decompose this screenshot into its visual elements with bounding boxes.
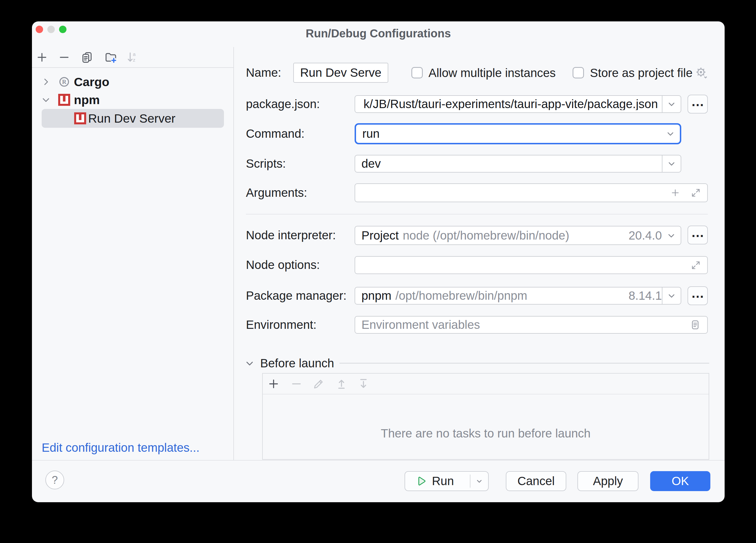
move-task-down-icon[interactable] [357,377,370,390]
chevron-down-icon [667,291,676,300]
arguments-field[interactable] [355,183,708,202]
node-options-field[interactable] [355,256,708,274]
environment-variables-list-icon[interactable] [690,319,701,330]
node-interpreter-dropdown-button[interactable] [662,227,681,245]
chevron-down-icon [667,159,676,169]
package-json-field[interactable]: k/JB/Rust/tauri-experiments/tauri-app-vi… [355,95,681,113]
node-options-label: Node options: [246,258,320,272]
package-manager-field[interactable]: pnpm /opt/homebrew/bin/pnpm 8.14.1 [355,287,681,304]
add-argument-icon[interactable] [670,188,680,198]
node-interpreter-label: Node interpreter: [246,229,336,242]
name-input[interactable] [294,63,388,82]
sidebar-item-cargo[interactable]: R Cargo [32,73,233,91]
scripts-field[interactable]: dev [355,155,681,173]
play-icon [415,475,427,487]
node-interpreter-browse-button[interactable]: … [688,226,708,245]
package-manager-version: 8.14.1 [628,290,662,302]
package-manager-label: Package manager: [246,289,347,302]
svg-text:a: a [133,51,136,57]
store-settings-gear-icon[interactable] [694,66,709,80]
chevron-right-icon[interactable] [41,76,51,87]
ok-button[interactable]: OK [650,471,710,491]
package-json-value: k/JB/Rust/tauri-experiments/tauri-app-vi… [357,98,662,110]
cargo-rust-icon: R [58,76,70,88]
expand-field-icon[interactable] [691,188,701,198]
no-tasks-message: There are no tasks to run before launch [263,427,709,440]
sort-configurations-icon[interactable]: az [125,51,138,64]
add-configuration-icon[interactable] [35,51,48,64]
store-as-project-file-checkbox[interactable] [573,67,584,78]
configurations-sidebar: az R Cargo npm Run Dev Server Edit confi… [32,47,234,460]
scripts-dropdown-button[interactable] [662,156,681,172]
sidebar-item-run-dev-server[interactable]: Run Dev Server [32,109,233,128]
edit-configuration-templates-link[interactable]: Edit configuration templates... [42,441,199,455]
section-divider [246,214,708,215]
package-manager-browse-button[interactable]: … [688,286,708,305]
npm-icon [58,94,70,106]
chevron-down-icon [667,99,676,109]
copy-configuration-icon[interactable] [80,51,94,64]
before-launch-title[interactable]: Before launch [260,356,334,370]
package-manager-value: pnpm [355,290,391,302]
remove-task-icon[interactable] [290,377,303,390]
dialog-title: Run/Debug Configurations [32,27,725,40]
dialog-footer: ? Run Cancel Apply OK [32,460,725,502]
node-interpreter-version: 20.4.0 [628,230,662,242]
before-launch-toolbar [263,373,709,394]
environment-field[interactable] [355,316,708,334]
edit-task-pencil-icon[interactable] [312,377,325,390]
run-options-dropdown[interactable] [470,477,488,486]
command-field[interactable]: run [355,123,681,144]
arguments-label: Arguments: [246,186,307,200]
before-launch-panel: There are no tasks to run before launch [262,373,709,460]
help-button[interactable]: ? [45,471,64,489]
run-button[interactable]: Run [405,471,489,491]
store-as-project-file-label[interactable]: Store as project file [590,66,693,80]
run-button-label: Run [432,474,454,488]
apply-button[interactable]: Apply [577,471,638,491]
command-label: Command: [246,127,304,141]
sidebar-item-npm[interactable]: npm [32,91,233,109]
node-interpreter-path: node (/opt/homebrew/bin/node) [403,230,569,242]
node-options-input[interactable] [355,257,691,273]
sidebar-item-label: Cargo [74,75,109,89]
name-label: Name: [246,66,281,80]
move-task-up-icon[interactable] [335,377,348,390]
sidebar-item-label: npm [74,93,100,107]
package-json-browse-button[interactable]: … [688,95,708,114]
node-interpreter-value: Project [355,230,399,242]
cancel-button[interactable]: Cancel [506,471,566,491]
arguments-input[interactable] [355,184,670,202]
package-manager-dropdown-button[interactable] [662,287,681,304]
scripts-label: Scripts: [246,157,286,171]
sidebar-toolbar: az [32,47,233,68]
package-manager-path: /opt/homebrew/bin/pnpm [395,290,527,302]
sidebar-item-label: Run Dev Server [88,112,175,126]
npm-icon [74,112,86,124]
allow-multiple-instances-checkbox[interactable] [411,67,423,78]
expand-field-icon[interactable] [691,260,701,271]
allow-multiple-instances-label[interactable]: Allow multiple instances [428,66,556,80]
package-json-label: package.json: [246,97,320,111]
environment-label: Environment: [246,318,316,332]
svg-text:z: z [133,57,136,63]
package-json-dropdown-button[interactable] [662,96,681,112]
name-field[interactable] [293,63,388,83]
chevron-down-icon[interactable] [41,94,51,105]
command-dropdown-button[interactable] [661,125,680,143]
command-value: run [356,128,380,140]
new-folder-icon[interactable] [104,51,117,64]
chevron-down-icon [475,477,484,486]
remove-configuration-icon[interactable] [58,51,71,64]
chevron-down-icon [666,129,675,139]
node-interpreter-field[interactable]: Project node (/opt/homebrew/bin/node) 20… [355,226,681,245]
before-launch-collapse-icon[interactable] [244,358,255,369]
scripts-value: dev [355,158,381,170]
run-debug-configurations-dialog: Run/Debug Configurations az R Cargo npm … [32,21,725,502]
before-launch-divider [339,363,709,364]
svg-text:R: R [62,78,66,85]
chevron-down-icon [666,231,676,241]
add-task-icon[interactable] [267,377,280,390]
environment-input[interactable] [355,316,690,333]
